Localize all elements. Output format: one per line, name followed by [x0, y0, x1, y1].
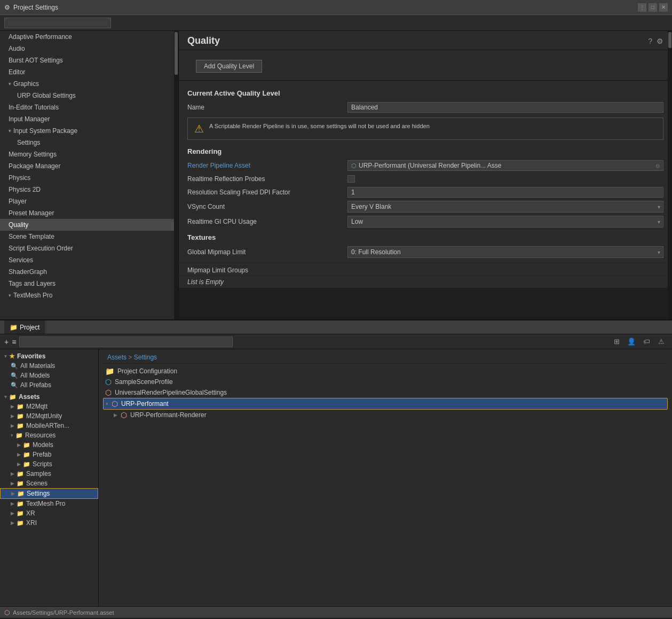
mobile-ar-folder-icon: 📁	[17, 422, 24, 429]
textmesh-pro-arrow: ▶	[11, 501, 14, 506]
realtime-reflection-checkbox[interactable]	[347, 175, 355, 183]
sidebar-item-scene-template[interactable]: Scene Template	[0, 231, 178, 242]
list-item[interactable]: ▶ ⬡ URP-Performant-Renderer	[103, 410, 668, 420]
close-button[interactable]: ✕	[659, 3, 668, 12]
sidebar-resources[interactable]: ▾ 📁 Resources	[0, 430, 98, 440]
sidebar-item-tags-and-layers[interactable]: Tags and Layers	[0, 278, 178, 289]
sidebar-settings[interactable]: ▶ 📁 Settings	[0, 488, 98, 499]
sidebar-scrollbar[interactable]	[174, 31, 178, 319]
list-item[interactable]: ▾ ⬡ URP-Performant	[103, 398, 668, 410]
asset-icon: ⬡	[351, 162, 357, 169]
sidebar-item-textmesh-pro[interactable]: ▾ TextMesh Pro	[0, 289, 178, 301]
sidebar-item-burst-aot[interactable]: Burst AOT Settings	[0, 54, 178, 66]
samples-label: Samples	[26, 470, 51, 477]
add-button[interactable]: +	[4, 338, 9, 346]
global-mipmap-label: Global Mipmap Limit	[187, 248, 347, 256]
sidebar-item-graphics[interactable]: ▾ Graphics	[0, 78, 178, 90]
sidebar-item-audio[interactable]: Audio	[0, 43, 178, 54]
sidebar-item-memory-settings[interactable]: Memory Settings	[0, 148, 178, 160]
sidebar-item-shader-graph[interactable]: ShaderGraph	[0, 266, 178, 278]
textures-section-label: Textures	[179, 229, 672, 245]
add-quality-level-button[interactable]: Add Quality Level	[196, 60, 262, 73]
sidebar-mobile-ar-ten[interactable]: ▶ 📁 MobileARTen...	[0, 421, 98, 430]
list-item[interactable]: ⬡ UniversalRenderPipelineGlobalSettings	[103, 387, 668, 398]
prefab-arrow: ▶	[17, 452, 21, 457]
sidebar-all-prefabs[interactable]: 🔍 All Prefabs	[0, 380, 98, 390]
menu-button[interactable]: ⋮	[638, 3, 646, 12]
sidebar-textmesh-pro[interactable]: ▶ 📁 TextMesh Pro	[0, 499, 98, 508]
xr-label: XR	[26, 510, 35, 517]
sidebar-all-materials[interactable]: 🔍 All Materials	[0, 361, 98, 371]
list-item[interactable]: 📁 Project Configuration	[103, 366, 668, 377]
sidebar-item-settings[interactable]: Settings	[0, 137, 178, 148]
favorites-expand-icon: ▾	[4, 354, 7, 359]
sort-button[interactable]: ≡	[12, 338, 16, 346]
sidebar-m2mqtt-unity[interactable]: ▶ 📁 M2MqttUnity	[0, 411, 98, 421]
list-item[interactable]: ⬡ SampleSceneProfile	[103, 377, 668, 387]
global-mipmap-select[interactable]: 0: Full Resolution 1: Half Resolution 2:…	[347, 246, 663, 258]
sidebar-all-models[interactable]: 🔍 All Models	[0, 371, 98, 380]
settings-folder-label: Settings	[27, 490, 50, 497]
input-system-expand-icon: ▾	[9, 128, 11, 134]
resolution-scaling-input[interactable]	[347, 187, 663, 198]
gear-icon: ⚙	[4, 4, 10, 11]
label-button[interactable]: 🏷	[640, 335, 653, 348]
name-value-wrap	[347, 102, 663, 113]
sidebar-item-editor[interactable]: Editor	[0, 66, 178, 78]
sidebar-item-quality[interactable]: Quality	[0, 219, 178, 231]
project-sidebar: ▾ ★ Favorites 🔍 All Materials 🔍 All Mode…	[0, 349, 99, 606]
sidebar-xr[interactable]: ▶ 📁 XR	[0, 508, 98, 518]
sidebar-item-player[interactable]: Player	[0, 195, 178, 207]
sidebar-m2mqtt[interactable]: ▶ 📁 M2Mqtt	[0, 402, 98, 411]
sidebar-models[interactable]: ▶ 📁 Models	[0, 440, 98, 450]
window-title-text: Project Settings	[13, 4, 58, 11]
favorites-section[interactable]: ▾ ★ Favorites	[0, 351, 98, 361]
sidebar-item-preset-manager[interactable]: Preset Manager	[0, 207, 178, 219]
warning-project-button[interactable]: ⚠	[655, 335, 668, 348]
folder-tab-icon: 📁	[10, 324, 18, 331]
person-button[interactable]: 👤	[625, 335, 638, 348]
assets-section[interactable]: ▾ 📁 Assets	[0, 392, 98, 402]
realtime-gi-select[interactable]: Low Medium High Unlimited	[347, 216, 663, 228]
sidebar-item-services[interactable]: Services	[0, 254, 178, 266]
main-layout: Adaptive Performance Audio Burst AOT Set…	[0, 31, 672, 319]
global-mipmap-field-row: Global Mipmap Limit 0: Full Resolution 1…	[179, 245, 672, 260]
render-pipeline-asset-text: URP-Performant (Universal Render Pipelin…	[359, 162, 653, 169]
render-pipeline-select-button[interactable]: ⊙	[655, 163, 660, 169]
search-input[interactable]	[4, 18, 111, 28]
realtime-reflection-label: Realtime Reflection Probes	[187, 175, 347, 183]
render-pipeline-field-row: Render Pipeline Asset ⬡ URP-Performant (…	[179, 159, 672, 173]
sidebar-prefab[interactable]: ▶ 📁 Prefab	[0, 450, 98, 459]
sidebar-scripts[interactable]: ▶ 📁 Scripts	[0, 459, 98, 469]
breadcrumb-assets[interactable]: Assets	[107, 354, 127, 361]
sidebar-item-adaptive-performance[interactable]: Adaptive Performance	[0, 31, 178, 43]
settings-button[interactable]: ⚙	[657, 37, 663, 45]
sidebar-samples[interactable]: ▶ 📁 Samples	[0, 469, 98, 479]
sidebar-item-urp-global[interactable]: URP Global Settings	[0, 90, 178, 101]
vsync-select[interactable]: Every V Blank Don't Sync Every Second V …	[347, 201, 663, 213]
sidebar-scenes[interactable]: ▶ 📁 Scenes	[0, 479, 98, 488]
sidebar-item-input-manager[interactable]: Input Manager	[0, 113, 178, 125]
layout-button[interactable]: ⊞	[610, 335, 623, 348]
content-header: Quality ? ⚙	[179, 31, 672, 50]
sidebar-item-physics[interactable]: Physics	[0, 172, 178, 184]
name-input[interactable]	[347, 102, 663, 113]
project-tab[interactable]: 📁 Project	[4, 320, 45, 334]
resolution-scaling-value-wrap	[347, 187, 663, 198]
sidebar-xri[interactable]: ▶ 📁 XRI	[0, 518, 98, 528]
project-tab-bar: 📁 Project	[0, 320, 672, 334]
sidebar-item-physics-2d[interactable]: Physics 2D	[0, 184, 178, 195]
sidebar-item-input-system-package[interactable]: ▾ Input System Package	[0, 125, 178, 137]
breadcrumb-settings[interactable]: Settings	[134, 354, 157, 361]
breadcrumb: Assets > Settings	[103, 351, 668, 364]
all-models-label: All Models	[20, 372, 50, 379]
render-pipeline-asset-field[interactable]: ⬡ URP-Performant (Universal Render Pipel…	[347, 160, 663, 171]
resolution-scaling-field-row: Resolution Scaling Fixed DPI Factor	[179, 185, 672, 199]
sidebar-item-in-editor-tutorials[interactable]: In-Editor Tutorials	[0, 101, 178, 113]
render-pipeline-label[interactable]: Render Pipeline Asset	[187, 162, 347, 169]
sidebar-item-package-manager[interactable]: Package Manager	[0, 160, 178, 172]
sidebar-item-script-execution[interactable]: Script Execution Order	[0, 242, 178, 254]
project-search-input[interactable]	[19, 336, 233, 347]
help-button[interactable]: ?	[648, 37, 652, 45]
maximize-button[interactable]: □	[649, 3, 657, 12]
